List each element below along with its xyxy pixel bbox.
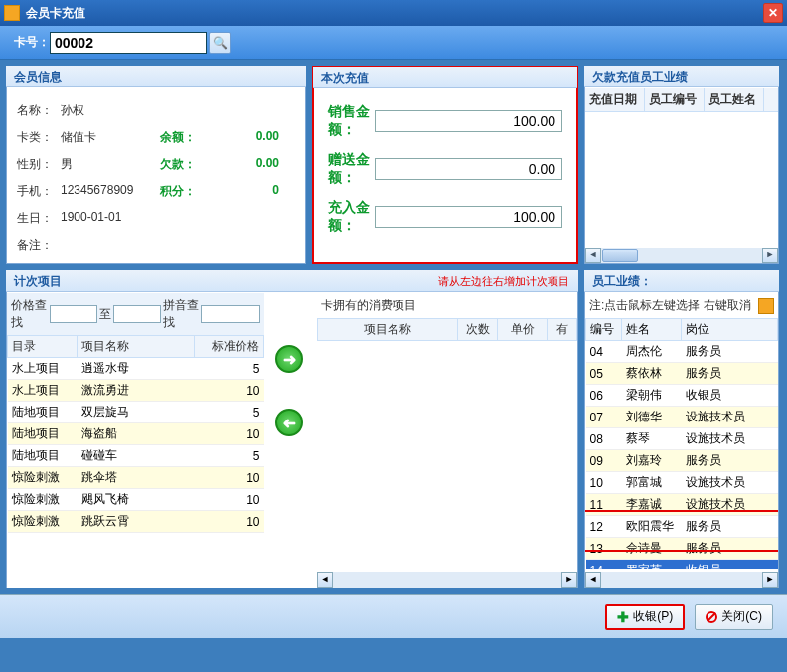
employee-panel: 员工业绩： 注:点击鼠标左键选择 右键取消 编号 姓名 岗位 04周杰伦服务员0… [584, 270, 779, 588]
name-label: 名称： [17, 102, 61, 119]
remove-left-button[interactable]: ➜ [275, 409, 303, 436]
history-header: 充值日期 员工编号 员工姓名 [585, 88, 778, 112]
search-button[interactable]: 🔍 [209, 32, 231, 54]
employee-note: 注:点击鼠标左键选择 右键取消 [589, 297, 751, 314]
birth-value: 1900-01-01 [61, 210, 160, 227]
table-row[interactable]: 07刘德华设施技术员 [586, 407, 778, 428]
count-project-panel: 计次项目 请从左边往右增加计次项目 价格查找 至 拼音查找 目录 项目名称 标准… [6, 270, 578, 588]
bonus-amount-input[interactable] [375, 158, 562, 180]
price-from-input[interactable] [50, 305, 97, 323]
employee-table[interactable]: 编号 姓名 岗位 04周杰伦服务员05蔡依林服务员06梁朝伟收银员07刘德华设施… [585, 318, 778, 569]
pinyin-input[interactable] [201, 305, 260, 323]
name-value: 孙权 [61, 102, 160, 119]
balance-label: 余额： [160, 129, 220, 146]
table-row[interactable]: 陆地项目海盗船10 [8, 423, 264, 445]
table-row[interactable]: 05蔡依林服务员 [586, 363, 778, 385]
card-number-label: 卡号： [14, 34, 50, 51]
project-table[interactable]: 目录 项目名称 标准价格 水上项目逍遥水母5水上项目激流勇进10陆地项目双层旋马… [7, 335, 264, 533]
table-row[interactable]: 06梁朝伟收银员 [586, 385, 778, 407]
price-to-input[interactable] [113, 305, 161, 323]
table-row[interactable]: 陆地项目双层旋马5 [8, 402, 264, 423]
bottom-bar: ✚ 收银(P) 关闭(C) [0, 594, 787, 638]
count-project-note: 请从左边往右增加计次项目 [438, 274, 569, 289]
employee-scrollbar[interactable]: ◄► [585, 572, 778, 588]
table-row[interactable]: 04周杰伦服务员 [586, 341, 778, 363]
table-row[interactable]: 水上项目逍遥水母5 [8, 358, 264, 380]
history-scrollbar[interactable]: ◄► [585, 248, 778, 263]
table-row[interactable]: 水上项目激流勇进10 [8, 380, 264, 402]
hand-icon [758, 298, 774, 314]
gender-label: 性别： [17, 156, 61, 173]
owned-scrollbar[interactable]: ◄► [317, 572, 577, 588]
table-row[interactable]: 14罗家英收银员 [586, 560, 778, 570]
pinyin-search-label: 拼音查找 [163, 297, 200, 331]
remark-label: 备注： [17, 237, 61, 253]
close-icon[interactable]: ✕ [763, 3, 783, 23]
recharge-history-panel: 欠款充值员工业绩 充值日期 员工编号 员工姓名 ◄► [584, 66, 779, 264]
card-number-input[interactable] [50, 32, 207, 54]
search-bar: 卡号： 🔍 [0, 26, 787, 60]
type-value: 储值卡 [61, 129, 160, 146]
birth-label: 生日： [17, 210, 61, 227]
cashier-button[interactable]: ✚ 收银(P) [605, 604, 685, 630]
phone-value: 12345678909 [61, 183, 160, 200]
stop-icon [706, 611, 717, 623]
table-row[interactable]: 惊险刺激跳跃云霄10 [8, 511, 264, 533]
debt-label: 欠款： [160, 156, 220, 173]
sale-amount-label: 销售金额： [328, 103, 375, 139]
recharge-title: 本次充值 [313, 67, 577, 88]
table-row[interactable]: 13佘诗曼服务员 [586, 538, 778, 560]
gender-value: 男 [61, 156, 160, 173]
bonus-amount-label: 赠送金额： [328, 151, 375, 187]
type-label: 卡类： [17, 129, 61, 146]
recharge-history-title: 欠款充值员工业绩 [584, 66, 779, 87]
table-row[interactable]: 惊险刺激飓风飞椅10 [8, 489, 264, 511]
price-search-label: 价格查找 [11, 297, 48, 331]
phone-label: 手机： [17, 183, 61, 200]
add-right-button[interactable]: ➜ [275, 345, 303, 373]
points-value: 0 [220, 183, 279, 200]
table-row[interactable]: 12欧阳震华服务员 [586, 516, 778, 538]
window-title: 会员卡充值 [26, 5, 85, 22]
table-row[interactable]: 08蔡琴设施技术员 [586, 428, 778, 450]
points-label: 积分： [160, 183, 220, 200]
balance-value: 0.00 [220, 129, 279, 146]
recharge-panel: 本次充值 销售金额： 赠送金额： 充入金额： 增加有效期（天）： [312, 66, 578, 264]
table-row[interactable]: 10郭富城设施技术员 [586, 472, 778, 494]
member-info-panel: 会员信息 名称： 孙权 卡类： 储值卡 余额： 0.00 性别： 男 欠款： 0… [6, 66, 306, 264]
employee-title: 员工业绩： [584, 270, 779, 292]
app-icon [4, 5, 20, 21]
close-button[interactable]: 关闭(C) [695, 604, 773, 630]
total-amount-label: 充入金额： [328, 199, 375, 235]
table-row[interactable]: 陆地项目碰碰车5 [8, 445, 264, 467]
member-info-title: 会员信息 [6, 66, 306, 87]
owned-projects-label: 卡拥有的消费项目 [317, 293, 577, 318]
debt-value: 0.00 [220, 156, 279, 173]
titlebar: 会员卡充值 ✕ [0, 0, 787, 26]
total-amount-input[interactable] [375, 206, 562, 228]
sale-amount-input[interactable] [375, 110, 562, 132]
table-row[interactable]: 11李嘉诚设施技术员 [586, 494, 778, 516]
table-row[interactable]: 惊险刺激跳伞塔10 [8, 467, 264, 489]
table-row[interactable]: 09刘嘉玲服务员 [586, 450, 778, 472]
plus-icon: ✚ [617, 609, 629, 625]
